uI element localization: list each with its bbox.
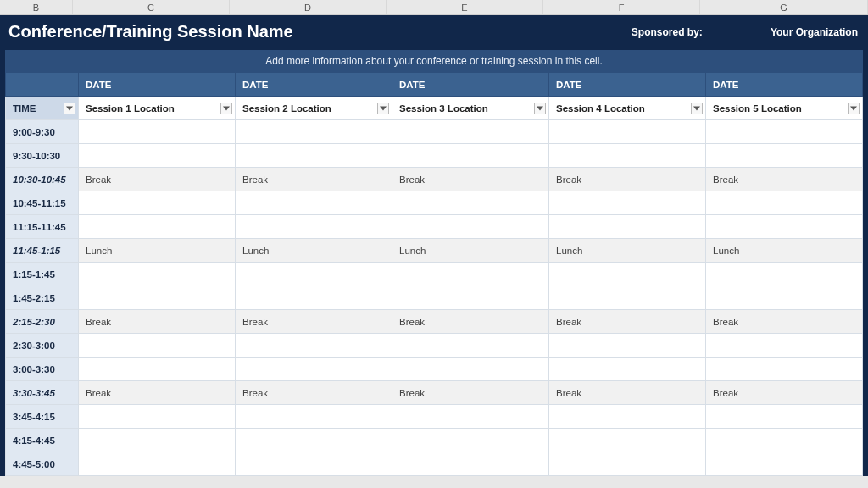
schedule-cell[interactable] [236, 429, 392, 452]
time-cell[interactable]: 3:00-3:30 [6, 358, 79, 381]
schedule-cell[interactable] [236, 120, 392, 144]
schedule-cell[interactable] [79, 215, 236, 239]
schedule-cell[interactable] [706, 358, 863, 381]
schedule-cell[interactable]: Break [392, 168, 549, 191]
schedule-cell[interactable]: Lunch [79, 239, 236, 263]
schedule-cell[interactable] [706, 286, 863, 310]
schedule-cell[interactable]: Lunch [549, 239, 706, 263]
schedule-cell[interactable] [706, 144, 863, 168]
schedule-cell[interactable] [549, 334, 706, 358]
schedule-cell[interactable] [79, 144, 236, 168]
schedule-cell[interactable] [392, 120, 549, 144]
schedule-cell[interactable] [549, 286, 706, 310]
schedule-cell[interactable] [706, 120, 863, 144]
filter-dropdown-icon[interactable] [220, 103, 232, 114]
schedule-cell[interactable] [549, 358, 706, 381]
schedule-cell[interactable] [392, 358, 549, 381]
schedule-cell[interactable] [79, 286, 236, 310]
session-location-header[interactable]: Session 5 Location [706, 97, 863, 120]
column-letter[interactable]: E [387, 0, 543, 14]
filter-dropdown-icon[interactable] [64, 103, 75, 114]
schedule-cell[interactable]: Break [236, 310, 392, 334]
schedule-cell[interactable] [79, 263, 236, 286]
schedule-cell[interactable] [79, 120, 236, 144]
schedule-cell[interactable] [236, 144, 392, 168]
schedule-cell[interactable] [79, 405, 236, 429]
schedule-cell[interactable] [79, 452, 236, 476]
schedule-cell[interactable]: Break [706, 168, 863, 191]
date-header[interactable]: DATE [236, 73, 392, 97]
column-letter[interactable]: G [700, 0, 868, 14]
schedule-cell[interactable]: Break [549, 381, 706, 405]
time-cell[interactable]: 1:45-2:15 [6, 286, 79, 310]
schedule-cell[interactable]: Lunch [236, 239, 392, 263]
schedule-cell[interactable]: Break [706, 381, 863, 405]
schedule-cell[interactable] [79, 334, 236, 358]
schedule-cell[interactable]: Break [79, 168, 236, 191]
schedule-cell[interactable] [236, 191, 392, 215]
time-cell[interactable]: 1:15-1:45 [6, 263, 79, 286]
schedule-cell[interactable] [392, 263, 549, 286]
time-cell[interactable]: 11:45-1:15 [6, 239, 79, 263]
schedule-cell[interactable] [392, 286, 549, 310]
time-cell[interactable]: 10:45-11:15 [6, 191, 79, 215]
schedule-cell[interactable] [706, 191, 863, 215]
time-cell[interactable]: 4:45-5:00 [6, 452, 79, 476]
schedule-cell[interactable] [236, 452, 392, 476]
schedule-cell[interactable] [392, 191, 549, 215]
schedule-cell[interactable]: Break [549, 168, 706, 191]
info-bar[interactable]: Add more information about your conferen… [5, 50, 863, 72]
schedule-cell[interactable] [236, 286, 392, 310]
schedule-cell[interactable] [706, 405, 863, 429]
session-location-header[interactable]: Session 4 Location [549, 97, 706, 120]
schedule-cell[interactable]: Lunch [706, 239, 863, 263]
schedule-cell[interactable] [706, 263, 863, 286]
schedule-cell[interactable] [549, 215, 706, 239]
schedule-cell[interactable] [392, 144, 549, 168]
schedule-cell[interactable] [549, 452, 706, 476]
schedule-cell[interactable] [706, 215, 863, 239]
schedule-cell[interactable]: Break [236, 381, 392, 405]
schedule-cell[interactable] [549, 429, 706, 452]
schedule-cell[interactable] [236, 334, 392, 358]
schedule-cell[interactable] [706, 429, 863, 452]
schedule-cell[interactable] [706, 452, 863, 476]
filter-dropdown-icon[interactable] [534, 103, 546, 114]
schedule-cell[interactable]: Break [549, 310, 706, 334]
session-location-header[interactable]: Session 1 Location [79, 97, 236, 120]
session-location-header[interactable]: Session 3 Location [392, 97, 549, 120]
organization-name[interactable]: Your Organization [771, 26, 858, 38]
schedule-cell[interactable] [236, 405, 392, 429]
schedule-cell[interactable] [236, 358, 392, 381]
filter-dropdown-icon[interactable] [377, 103, 389, 114]
schedule-cell[interactable] [706, 334, 863, 358]
schedule-cell[interactable] [236, 263, 392, 286]
column-letter[interactable]: F [543, 0, 700, 14]
schedule-cell[interactable] [79, 429, 236, 452]
schedule-cell[interactable] [549, 120, 706, 144]
schedule-cell[interactable] [79, 191, 236, 215]
schedule-cell[interactable]: Break [79, 381, 236, 405]
time-cell[interactable]: 9:30-10:30 [6, 144, 79, 168]
schedule-cell[interactable] [392, 215, 549, 239]
column-letter[interactable]: D [230, 0, 387, 14]
time-cell[interactable]: 3:30-3:45 [6, 381, 79, 405]
schedule-cell[interactable] [549, 405, 706, 429]
schedule-cell[interactable]: Break [392, 310, 549, 334]
date-header[interactable]: DATE [79, 73, 236, 97]
page-title[interactable]: Conference/Training Session Name [8, 22, 293, 42]
date-header[interactable]: DATE [392, 73, 549, 97]
time-cell[interactable]: 2:15-2:30 [6, 310, 79, 334]
time-column-header[interactable]: TIME [6, 97, 79, 120]
time-cell[interactable]: 4:15-4:45 [6, 429, 79, 452]
filter-dropdown-icon[interactable] [691, 103, 703, 114]
filter-dropdown-icon[interactable] [848, 103, 860, 114]
date-header[interactable]: DATE [706, 73, 863, 97]
schedule-cell[interactable] [236, 215, 392, 239]
schedule-cell[interactable] [549, 144, 706, 168]
column-letter[interactable]: B [0, 0, 73, 14]
schedule-cell[interactable] [549, 191, 706, 215]
time-cell[interactable]: 3:45-4:15 [6, 405, 79, 429]
time-cell[interactable]: 9:00-9:30 [6, 120, 79, 144]
schedule-cell[interactable]: Break [706, 310, 863, 334]
